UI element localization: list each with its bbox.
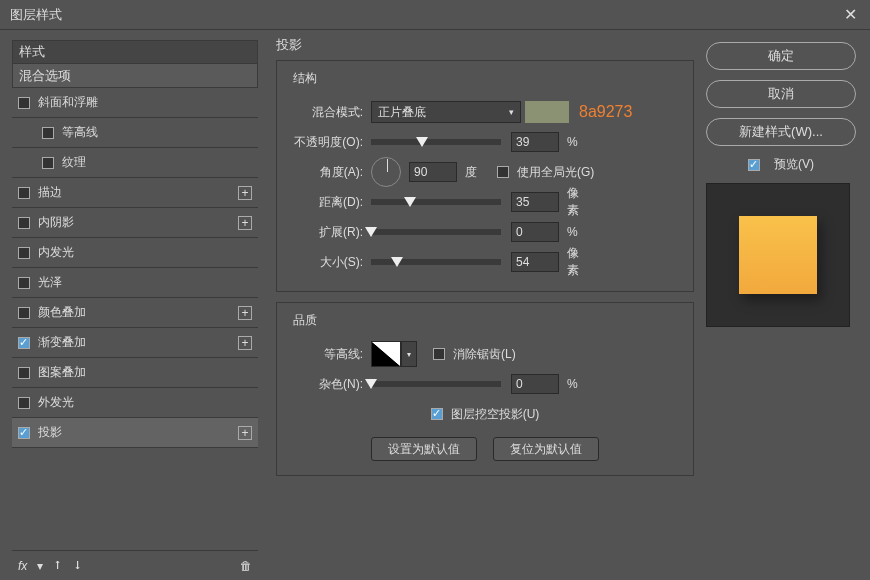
add-effect-icon[interactable]: + xyxy=(238,426,252,440)
noise-field[interactable]: 0 xyxy=(511,374,559,394)
blend-options-header[interactable]: 混合选项 xyxy=(12,64,258,88)
new-style-button[interactable]: 新建样式(W)... xyxy=(706,118,856,146)
reset-default-button[interactable]: 复位为默认值 xyxy=(493,437,599,461)
effect-label: 纹理 xyxy=(62,154,252,171)
distance-slider[interactable] xyxy=(371,199,501,205)
distance-label: 距离(D): xyxy=(289,194,371,211)
make-default-button[interactable]: 设置为默认值 xyxy=(371,437,477,461)
ok-button[interactable]: 确定 xyxy=(706,42,856,70)
effect-checkbox[interactable] xyxy=(18,307,30,319)
noise-label: 杂色(N): xyxy=(289,376,371,393)
effect-row-7[interactable]: 颜色叠加+ xyxy=(12,298,258,328)
effect-label: 外发光 xyxy=(38,394,252,411)
color-swatch[interactable] xyxy=(525,101,569,123)
antialias-label: 消除锯齿(L) xyxy=(453,346,516,363)
effect-row-0[interactable]: 斜面和浮雕 xyxy=(12,88,258,118)
color-hex-annotation: 8a9273 xyxy=(579,103,632,121)
effect-row-5[interactable]: 内发光 xyxy=(12,238,258,268)
effect-label: 图案叠加 xyxy=(38,364,252,381)
group-quality-title: 品质 xyxy=(289,312,321,329)
effect-checkbox[interactable] xyxy=(18,217,30,229)
effect-checkbox[interactable] xyxy=(18,247,30,259)
effect-label: 光泽 xyxy=(38,274,252,291)
size-label: 大小(S): xyxy=(289,254,371,271)
angle-field[interactable]: 90 xyxy=(409,162,457,182)
opacity-unit: % xyxy=(559,135,589,149)
opacity-field[interactable]: 39 xyxy=(511,132,559,152)
effect-checkbox[interactable] xyxy=(42,157,54,169)
effect-label: 颜色叠加 xyxy=(38,304,238,321)
spread-slider[interactable] xyxy=(371,229,501,235)
effect-checkbox[interactable] xyxy=(18,97,30,109)
effect-label: 斜面和浮雕 xyxy=(38,94,252,111)
preview-box xyxy=(706,183,850,327)
distance-unit: 像素 xyxy=(559,185,589,219)
effect-checkbox[interactable] xyxy=(18,187,30,199)
knockout-label: 图层挖空投影(U) xyxy=(451,406,540,423)
add-effect-icon[interactable]: + xyxy=(238,216,252,230)
noise-unit: % xyxy=(559,377,589,391)
spread-label: 扩展(R): xyxy=(289,224,371,241)
distance-field[interactable]: 35 xyxy=(511,192,559,212)
add-effect-icon[interactable]: + xyxy=(238,306,252,320)
angle-unit: 度 xyxy=(457,164,487,181)
global-light-checkbox[interactable] xyxy=(497,166,509,178)
effect-row-1[interactable]: 等高线 xyxy=(12,118,258,148)
size-unit: 像素 xyxy=(559,245,589,279)
effect-label: 描边 xyxy=(38,184,238,201)
effect-checkbox[interactable] xyxy=(18,427,30,439)
effect-label: 投影 xyxy=(38,424,238,441)
knockout-checkbox[interactable] xyxy=(431,408,443,420)
close-icon[interactable]: ✕ xyxy=(840,5,860,25)
angle-label: 角度(A): xyxy=(289,164,371,181)
size-field[interactable]: 54 xyxy=(511,252,559,272)
effect-row-4[interactable]: 内阴影+ xyxy=(12,208,258,238)
effect-checkbox[interactable] xyxy=(18,397,30,409)
effect-checkbox[interactable] xyxy=(18,337,30,349)
noise-slider[interactable] xyxy=(371,381,501,387)
opacity-label: 不透明度(O): xyxy=(289,134,371,151)
angle-dial[interactable] xyxy=(371,157,401,187)
effect-row-3[interactable]: 描边+ xyxy=(12,178,258,208)
fx-icon[interactable]: fx xyxy=(18,559,27,573)
effect-row-10[interactable]: 外发光 xyxy=(12,388,258,418)
styles-header[interactable]: 样式 xyxy=(12,40,258,64)
preview-label: 预览(V) xyxy=(774,156,814,173)
effect-row-9[interactable]: 图案叠加 xyxy=(12,358,258,388)
arrow-up-icon[interactable]: 🠕 xyxy=(53,560,63,571)
preview-thumbnail xyxy=(739,216,817,294)
add-effect-icon[interactable]: + xyxy=(238,186,252,200)
effect-label: 内发光 xyxy=(38,244,252,261)
blend-mode-value: 正片叠底 xyxy=(378,104,426,121)
cancel-button[interactable]: 取消 xyxy=(706,80,856,108)
arrow-down-icon[interactable]: 🠗 xyxy=(73,560,83,571)
effect-row-2[interactable]: 纹理 xyxy=(12,148,258,178)
size-slider[interactable] xyxy=(371,259,501,265)
add-effect-icon[interactable]: + xyxy=(238,336,252,350)
opacity-slider[interactable] xyxy=(371,139,501,145)
effect-row-6[interactable]: 光泽 xyxy=(12,268,258,298)
contour-dropdown[interactable]: ▾ xyxy=(401,341,417,367)
effect-row-8[interactable]: 渐变叠加+ xyxy=(12,328,258,358)
effect-label: 等高线 xyxy=(62,124,252,141)
effect-label: 渐变叠加 xyxy=(38,334,238,351)
chevron-down-icon: ▾ xyxy=(37,559,43,573)
effect-checkbox[interactable] xyxy=(18,277,30,289)
blend-mode-label: 混合模式: xyxy=(289,104,371,121)
blend-mode-select[interactable]: 正片叠底 ▾ xyxy=(371,101,521,123)
spread-field[interactable]: 0 xyxy=(511,222,559,242)
preview-checkbox[interactable] xyxy=(748,159,760,171)
global-light-label: 使用全局光(G) xyxy=(517,164,594,181)
antialias-checkbox[interactable] xyxy=(433,348,445,360)
effect-label: 内阴影 xyxy=(38,214,238,231)
effect-checkbox[interactable] xyxy=(18,367,30,379)
spread-unit: % xyxy=(559,225,589,239)
effect-row-11[interactable]: 投影+ xyxy=(12,418,258,448)
contour-picker[interactable] xyxy=(371,341,401,367)
chevron-down-icon: ▾ xyxy=(509,107,514,117)
contour-label: 等高线: xyxy=(289,346,371,363)
dialog-title: 图层样式 xyxy=(10,6,840,24)
section-title: 投影 xyxy=(276,36,694,54)
effect-checkbox[interactable] xyxy=(42,127,54,139)
trash-icon[interactable]: 🗑 xyxy=(240,559,252,573)
